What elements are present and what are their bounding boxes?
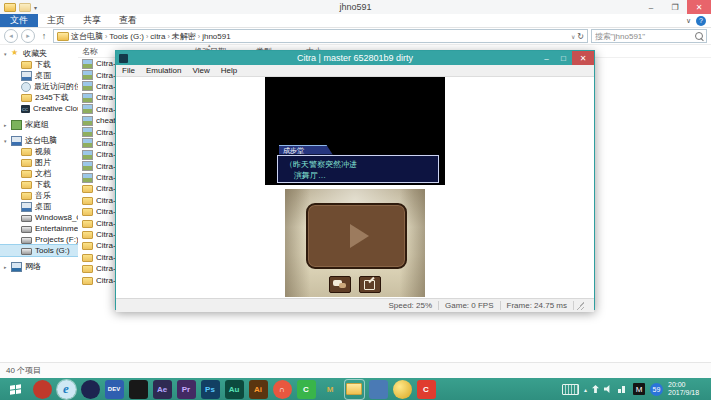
sidebar-item[interactable]: Windows8_OS (C:) <box>0 212 78 223</box>
volume-icon[interactable] <box>604 385 613 394</box>
refresh-icon[interactable]: ↻ <box>577 32 584 41</box>
breadcrumb-separator: › <box>146 33 148 40</box>
record-button[interactable] <box>359 276 381 293</box>
play-icon[interactable] <box>350 224 369 248</box>
menu-file[interactable]: File <box>122 66 135 75</box>
expander-icon[interactable]: ▸ <box>4 122 11 128</box>
image-icon <box>82 70 93 80</box>
expander-icon[interactable]: ▾ <box>4 138 11 144</box>
video-player-panel[interactable] <box>306 203 407 269</box>
menu-help[interactable]: Help <box>221 66 237 75</box>
dev-cpp-app[interactable]: DEV <box>105 380 124 399</box>
breadcrumb-segment[interactable]: citra <box>150 32 165 41</box>
audition[interactable]: Au <box>225 380 244 399</box>
image-icon <box>82 161 93 171</box>
citra-minimize-button[interactable]: – <box>538 51 555 65</box>
sidebar-item[interactable]: ▸ 网络 <box>0 261 78 272</box>
dialogue-line: 演舞厅… <box>285 170 438 181</box>
minimize-button[interactable]: – <box>639 0 663 14</box>
sidebar-item[interactable]: Projects (F:) <box>0 234 78 245</box>
gold-coin-app[interactable] <box>393 380 412 399</box>
start-button[interactable] <box>0 378 30 400</box>
after-effects[interactable]: Ae <box>153 380 172 399</box>
sidebar-item[interactable]: Entertainment (E:) <box>0 223 78 234</box>
address-dropdown-icon[interactable]: ∨ <box>571 33 575 40</box>
sidebar-item[interactable]: 桌面 <box>0 70 78 81</box>
breadcrumb-segment[interactable]: 未解密 <box>172 31 196 42</box>
backlog-button[interactable] <box>329 276 351 293</box>
tab-home[interactable]: 主页 <box>38 14 74 27</box>
sidebar-item[interactable]: 文档 <box>0 168 78 179</box>
up-button[interactable]: ↑ <box>38 30 50 42</box>
breadcrumb[interactable]: 这台电脑 › Tools (G:) › citra › 未解密 › jhno59… <box>53 29 588 43</box>
safely-remove-hardware-icon[interactable] <box>592 385 599 393</box>
downloads-icon <box>21 61 32 69</box>
tray-clock[interactable]: 20:00 2017/9/18 <box>668 381 706 397</box>
sidebar-item[interactable]: 下载 <box>0 179 78 190</box>
sidebar-item[interactable]: 2345下载 <box>0 92 78 103</box>
expander-icon[interactable]: ▾ <box>4 51 11 57</box>
sidebar-item[interactable]: Creative Cloud File <box>0 103 78 114</box>
file-explorer[interactable] <box>345 380 364 399</box>
hidden-icons-chevron[interactable]: ▴ <box>584 386 587 393</box>
internet-explorer[interactable]: e <box>57 380 76 399</box>
breadcrumb-segment[interactable]: jhno591 <box>202 32 230 41</box>
sidebar-item[interactable]: 最近访问的位置 <box>0 81 78 92</box>
tab-view[interactable]: 查看 <box>110 14 146 27</box>
music-red-app[interactable]: ∩ <box>273 380 292 399</box>
forward-button[interactable]: ▸ <box>21 29 35 43</box>
illustrator[interactable]: Ai <box>249 380 268 399</box>
touch-keyboard-icon[interactable] <box>562 384 579 395</box>
search-input[interactable]: 搜索"jhno591" <box>591 29 707 43</box>
breadcrumb-separator: › <box>105 33 107 40</box>
breadcrumb-separator: › <box>167 33 169 40</box>
help-icon[interactable]: ? <box>696 16 706 26</box>
sidebar-item[interactable]: 下载 <box>0 59 78 70</box>
red-c-app[interactable]: C <box>417 380 436 399</box>
menu-view[interactable]: View <box>192 66 209 75</box>
search-icon[interactable] <box>695 32 703 40</box>
music-icon <box>21 192 32 200</box>
input-method-indicator[interactable]: M <box>633 383 645 395</box>
eclipse-app[interactable] <box>81 380 100 399</box>
camtasia-app[interactable]: C <box>297 380 316 399</box>
network-icon[interactable] <box>618 385 628 393</box>
menu-emulation[interactable]: Emulation <box>146 66 182 75</box>
blue-note-app[interactable] <box>369 380 388 399</box>
drive-icon <box>21 248 32 255</box>
tab-share[interactable]: 共享 <box>74 14 110 27</box>
red-media-app[interactable] <box>33 380 52 399</box>
expander-icon[interactable]: ▸ <box>4 264 11 270</box>
m-gold-app[interactable]: M <box>321 380 340 399</box>
breadcrumb-segment[interactable]: 这台电脑 <box>71 31 103 42</box>
citra-titlebar[interactable]: Citra | master 652801b9 dirty – □ ✕ <box>116 51 594 65</box>
sidebar-item[interactable]: 视频 <box>0 146 78 157</box>
sidebar-item[interactable]: ▾ 这台电脑 <box>0 135 78 146</box>
citra-window-title: Citra | master 652801b9 dirty <box>116 53 594 63</box>
folder-icon <box>82 208 93 216</box>
breadcrumb-segment[interactable]: Tools (G:) <box>109 32 144 41</box>
sidebar-item[interactable]: 图片 <box>0 157 78 168</box>
sidebar-item[interactable]: 音乐 <box>0 190 78 201</box>
system-tray: ▴ M 59 20:00 2017/9/18 <box>562 381 711 397</box>
explorer-titlebar: ▾ jhno591 – ❐ ✕ <box>0 0 711 14</box>
ribbon-collapse-icon[interactable]: ∨ <box>686 17 691 25</box>
sidebar-item[interactable]: ▸ 家庭组 <box>0 119 78 130</box>
resize-grip[interactable] <box>576 302 584 310</box>
item-count: 40 个项目 <box>6 365 41 376</box>
sidebar-item[interactable]: ▾ 收藏夹 <box>0 48 78 59</box>
dark-stripes-app[interactable] <box>129 380 148 399</box>
security-score-badge[interactable]: 59 <box>650 383 663 396</box>
premiere-pro[interactable]: Pr <box>177 380 196 399</box>
back-button[interactable]: ◂ <box>4 29 18 43</box>
image-icon <box>82 93 93 103</box>
sidebar-item[interactable]: 桌面 <box>0 201 78 212</box>
sidebar-item[interactable]: Tools (G:) <box>0 245 78 256</box>
close-button[interactable]: ✕ <box>687 0 711 14</box>
tab-file[interactable]: 文件 <box>0 14 38 27</box>
restore-button[interactable]: ❐ <box>663 0 687 14</box>
citra-maximize-button[interactable]: □ <box>555 51 572 65</box>
citra-close-button[interactable]: ✕ <box>572 51 594 65</box>
dialogue-line: （昨天警察突然冲进 <box>285 159 438 170</box>
photoshop[interactable]: Ps <box>201 380 220 399</box>
